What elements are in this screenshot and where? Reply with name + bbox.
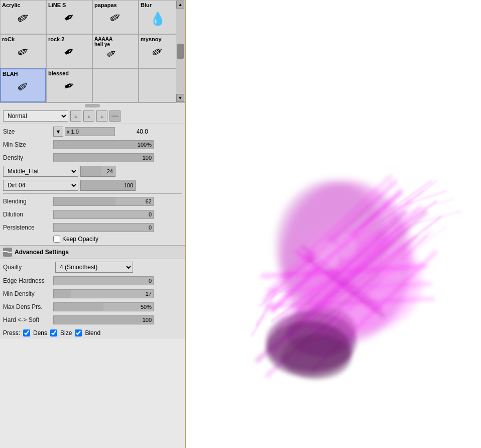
advanced-label: Advanced Settings (15, 249, 69, 256)
canvas-area[interactable] (186, 0, 481, 448)
svg-line-29 (387, 191, 447, 211)
min-size-label: Min Size (3, 141, 53, 148)
quality-select[interactable]: 4 (Smoothest) 1 (Rough) 2 3 (55, 262, 133, 273)
mode-row: Normal Multiply Screen Overlay ▲ ▲ ▲ (0, 108, 185, 124)
hard-soft-value: 100 (143, 317, 152, 323)
density-row: Density 100 (3, 151, 182, 164)
max-dens-prs-row: Max Dens Prs. 50% (3, 300, 182, 313)
hard-soft-label: Hard <-> Soft (3, 316, 53, 323)
min-size-row: Min Size 100% (3, 138, 182, 151)
blending-slider[interactable]: 62 (53, 197, 154, 206)
hard-soft-slider[interactable]: 100 (53, 315, 154, 324)
persistence-slider[interactable]: 0 (53, 223, 154, 232)
brush-grid-wrapper: Acrylic ✏ LiNE S ✒ papapas ✏ Blur 💧 roCk… (0, 0, 185, 103)
size-dropdown[interactable]: ▼ (53, 127, 63, 137)
scroll-down-btn[interactable]: ▼ (176, 94, 184, 102)
horiz-scroll-area (0, 103, 185, 108)
shape-select[interactable]: Middle_Flat Round Flat (3, 166, 78, 177)
edge-hardness-value: 0 (149, 278, 152, 284)
brush-blessed[interactable]: blessed ✒ (46, 68, 92, 102)
press-size-checkbox[interactable] (50, 329, 57, 337)
brush-acrylic[interactable]: Acrylic ✏ (0, 0, 46, 34)
hard-soft-row: Hard <-> Soft 100 (3, 313, 182, 326)
quality-label: Quailty (3, 264, 53, 271)
brush-papapas[interactable]: papapas ✏ (92, 0, 139, 34)
brush-aaaaa[interactable]: AAAAAhell ye ✏ (92, 34, 139, 68)
density-label: Density (3, 154, 53, 161)
blending-label: Blending (3, 198, 53, 205)
brush-grid-scrollbar[interactable]: ▲ ▼ (176, 0, 185, 102)
persistence-value: 0 (149, 225, 152, 231)
triangle-btn-2[interactable]: ▲ (83, 110, 94, 122)
min-size-slider[interactable]: 100% (53, 140, 154, 149)
shape-val-box[interactable]: 24 (80, 166, 115, 177)
left-panel: Acrylic ✏ LiNE S ✒ papapas ✏ Blur 💧 roCk… (0, 0, 186, 448)
scroll-thumb (177, 44, 184, 59)
advanced-icon (3, 248, 12, 257)
brush-blah[interactable]: BLAH ✏ (0, 68, 46, 102)
shape-value: 24 (107, 168, 113, 174)
press-dens-label: Dens (33, 329, 47, 337)
texture-value: 100 (124, 182, 133, 188)
press-size-label: Size (60, 329, 72, 337)
advanced-params: Quailty 4 (Smoothest) 1 (Rough) 2 3 Edge… (0, 259, 185, 327)
min-density-row: Min Density 17 (3, 287, 182, 300)
keep-opacity-checkbox[interactable] (53, 236, 60, 243)
size-multiplier-val: x 1.0 (65, 129, 79, 135)
drawing-canvas[interactable] (186, 0, 481, 448)
density-value: 100 (143, 155, 152, 161)
size-multiplier-bar[interactable]: x 1.0 (65, 127, 115, 136)
params-section: Size ▼ x 1.0 40.0 Min Size 100% Density … (0, 124, 185, 245)
divider-1 (3, 193, 182, 194)
max-dens-prs-value: 50% (141, 304, 152, 310)
press-row: Press: Dens Size Blend (0, 327, 185, 339)
edge-hardness-label: Edge Hardness (3, 277, 53, 284)
press-dens-checkbox[interactable] (23, 329, 30, 337)
triangle-btn-4[interactable] (109, 110, 121, 122)
brush-rock[interactable]: roCk ✏ (0, 34, 46, 68)
min-density-slider[interactable]: 17 (53, 289, 154, 298)
blending-value: 62 (146, 198, 152, 204)
scroll-up-btn[interactable]: ▲ (176, 1, 184, 9)
shape-fill (81, 166, 101, 176)
persistence-row: Persistence 0 (3, 221, 182, 234)
texture-row: Dirt 04 None Dirt 01 100 (3, 178, 182, 192)
brush-empty-1 (92, 68, 139, 102)
size-label: Size (3, 128, 53, 135)
press-blend-label: Blend (85, 329, 100, 337)
dilution-label: Dilution (3, 211, 53, 218)
min-density-label: Min Density (3, 290, 53, 297)
persistence-label: Persistence (3, 224, 53, 231)
brush-stroke-svg (186, 0, 481, 448)
max-dens-prs-slider[interactable]: 50% (53, 302, 154, 311)
horiz-scroll-thumb (85, 104, 100, 107)
brush-grid: Acrylic ✏ LiNE S ✒ papapas ✏ Blur 💧 roCk… (0, 0, 185, 103)
blend-mode-select[interactable]: Normal Multiply Screen Overlay (3, 110, 68, 122)
texture-select[interactable]: Dirt 04 None Dirt 01 (3, 180, 78, 191)
blending-fill (54, 197, 115, 205)
size-value: 40.0 (115, 128, 150, 135)
edge-hardness-row: Edge Hardness 0 (3, 274, 182, 287)
svg-point-38 (314, 241, 339, 271)
size-row: Size ▼ x 1.0 40.0 (3, 125, 182, 138)
press-blend-checkbox[interactable] (75, 329, 82, 337)
dilution-slider[interactable]: 0 (53, 210, 154, 219)
max-dens-prs-label: Max Dens Prs. (3, 303, 53, 310)
texture-slider[interactable]: 100 (80, 180, 136, 191)
dilution-value: 0 (149, 211, 152, 217)
triangle-btn-1[interactable]: ▲ (70, 110, 81, 122)
brush-lines[interactable]: LiNE S ✒ (46, 0, 92, 34)
min-size-value: 100% (138, 142, 152, 148)
keep-opacity-row: Keep Opacity (3, 234, 182, 244)
edge-hardness-slider[interactable]: 0 (53, 276, 154, 285)
density-slider[interactable]: 100 (53, 153, 154, 162)
svg-point-39 (336, 234, 356, 259)
keep-opacity-label: Keep Opacity (62, 236, 98, 243)
triangle-btn-3[interactable]: ▲ (96, 110, 107, 122)
brush-rock2[interactable]: rock 2 ✒ (46, 34, 92, 68)
density-fill (54, 154, 153, 162)
advanced-header[interactable]: Advanced Settings (0, 245, 185, 259)
svg-point-37 (281, 334, 351, 379)
press-label: Press: (3, 329, 20, 337)
dilution-row: Dilution 0 (3, 208, 182, 221)
